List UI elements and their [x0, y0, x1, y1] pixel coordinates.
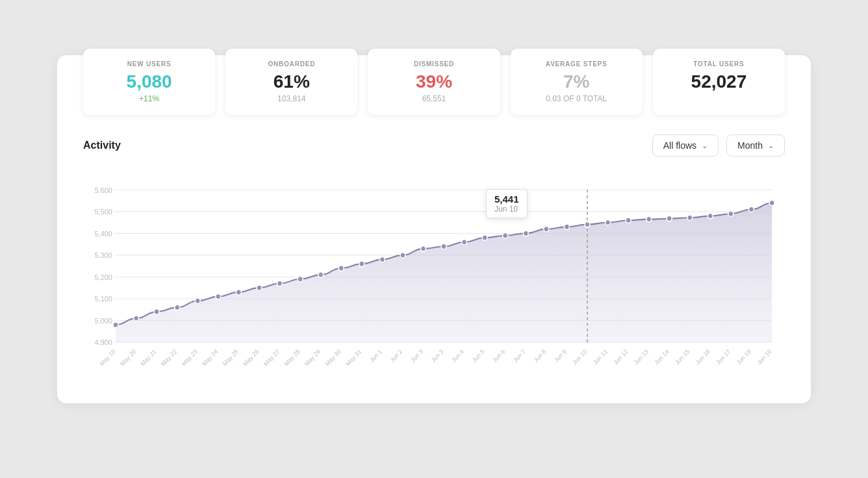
- svg-point-26: [318, 272, 324, 278]
- main-card: NEW USERS 5,080 +11% ONBOARDED 61% 103,8…: [57, 55, 811, 403]
- svg-point-22: [236, 290, 241, 296]
- svg-point-17: [134, 316, 139, 321]
- svg-text:4,900: 4,900: [94, 338, 112, 346]
- svg-point-20: [195, 298, 200, 304]
- svg-point-29: [379, 257, 385, 262]
- svg-text:May 25: May 25: [222, 348, 240, 368]
- svg-text:Jun 10: Jun 10: [571, 348, 588, 366]
- activity-chart-svg: 5,6005,5005,4005,3005,2005,1005,0004,900…: [83, 176, 785, 384]
- svg-text:Jun 15: Jun 15: [674, 348, 691, 366]
- stat-value-total-users: 52,027: [671, 73, 767, 91]
- svg-point-44: [687, 215, 693, 221]
- svg-text:Jun 16: Jun 16: [695, 348, 711, 366]
- svg-point-41: [626, 218, 631, 223]
- svg-text:5,400: 5,400: [94, 229, 112, 237]
- svg-text:May 19: May 19: [99, 348, 117, 368]
- svg-point-16: [113, 322, 118, 328]
- time-filter-chevron-icon: ⌄: [768, 142, 774, 150]
- svg-point-47: [748, 207, 754, 212]
- svg-point-18: [154, 309, 159, 315]
- svg-text:Jun 2: Jun 2: [389, 348, 403, 364]
- svg-text:May 24: May 24: [201, 348, 219, 368]
- svg-text:May 20: May 20: [119, 348, 137, 368]
- stat-label-total-users: TOTAL USERS: [671, 60, 767, 68]
- chart-title: Activity: [83, 140, 121, 151]
- svg-text:Jun 6: Jun 6: [492, 348, 506, 364]
- svg-text:Jun 8: Jun 8: [533, 348, 547, 364]
- svg-point-28: [359, 261, 364, 267]
- svg-point-32: [441, 244, 446, 249]
- svg-text:Jun 13: Jun 13: [633, 348, 650, 366]
- svg-text:Jun 18: Jun 18: [735, 348, 752, 366]
- svg-text:Jun 1: Jun 1: [368, 348, 383, 364]
- svg-text:Jun 17: Jun 17: [715, 348, 732, 366]
- svg-text:Jun 11: Jun 11: [592, 348, 609, 366]
- stat-sub-onboarded: 103,814: [244, 94, 339, 103]
- stat-value-dismissed: 39%: [386, 73, 481, 91]
- svg-point-48: [769, 200, 774, 206]
- svg-text:May 30: May 30: [324, 348, 342, 368]
- stat-sub-dismissed: 65,551: [386, 94, 481, 103]
- svg-text:5,300: 5,300: [94, 251, 112, 259]
- chart-area: 5,6005,5005,4005,3005,2005,1005,0004,900…: [83, 176, 785, 384]
- svg-point-34: [482, 235, 487, 241]
- svg-text:Jun 19: Jun 19: [756, 348, 772, 366]
- svg-point-42: [646, 216, 652, 222]
- svg-point-31: [420, 246, 426, 252]
- svg-point-19: [175, 305, 180, 310]
- stat-card-average-steps: AVERAGE STEPS 7% 0.03 OF 0 TOTAL: [511, 49, 643, 115]
- svg-point-25: [298, 277, 303, 283]
- svg-point-21: [216, 294, 221, 299]
- svg-point-43: [667, 216, 672, 221]
- svg-point-23: [257, 285, 262, 291]
- time-filter-label: Month: [737, 140, 763, 151]
- svg-point-36: [523, 231, 528, 236]
- stat-label-average-steps: AVERAGE STEPS: [529, 60, 624, 68]
- svg-text:May 31: May 31: [344, 348, 363, 368]
- stat-card-dismissed: DISMISSED 39% 65,551: [368, 49, 500, 115]
- stat-card-new-users: NEW USERS 5,080 +11%: [83, 49, 215, 115]
- svg-text:May 23: May 23: [181, 348, 199, 368]
- svg-text:5,000: 5,000: [94, 316, 112, 324]
- svg-point-33: [462, 240, 467, 245]
- svg-point-37: [544, 226, 549, 232]
- flow-filter-chevron-icon: ⌄: [702, 142, 708, 150]
- svg-text:5,100: 5,100: [94, 295, 112, 303]
- svg-point-24: [277, 281, 283, 286]
- svg-text:May 22: May 22: [160, 348, 178, 368]
- stat-value-new-users: 5,080: [101, 73, 197, 91]
- stat-card-total-users: TOTAL USERS 52,027: [653, 49, 785, 115]
- svg-text:Jun 5: Jun 5: [471, 348, 485, 364]
- svg-text:5,200: 5,200: [94, 273, 112, 281]
- svg-text:Jun 7: Jun 7: [512, 348, 526, 364]
- chart-controls: All flows ⌄ Month ⌄: [652, 134, 785, 157]
- svg-text:May 26: May 26: [242, 348, 261, 368]
- svg-text:Jun 3: Jun 3: [430, 348, 444, 364]
- svg-text:Jun 14: Jun 14: [654, 348, 670, 366]
- stat-label-new-users: NEW USERS: [101, 60, 197, 68]
- time-filter-dropdown[interactable]: Month ⌄: [726, 134, 785, 157]
- svg-text:Jun 3: Jun 3: [409, 348, 424, 364]
- svg-text:Jun 9: Jun 9: [553, 348, 567, 364]
- flow-filter-dropdown[interactable]: All flows ⌄: [652, 134, 719, 157]
- flow-filter-label: All flows: [663, 140, 696, 151]
- stat-label-onboarded: ONBOARDED: [244, 60, 339, 68]
- outer-container: NEW USERS 5,080 +11% ONBOARDED 61% 103,8…: [57, 75, 811, 403]
- stat-sub-new-users: +11%: [101, 94, 197, 103]
- svg-point-45: [708, 213, 713, 219]
- svg-text:May 29: May 29: [303, 348, 322, 368]
- svg-text:May 27: May 27: [262, 348, 281, 368]
- svg-point-38: [564, 224, 569, 230]
- chart-header: Activity All flows ⌄ Month ⌄: [83, 134, 785, 157]
- svg-text:Jun 4: Jun 4: [451, 348, 465, 364]
- svg-point-46: [728, 211, 734, 217]
- stat-value-onboarded: 61%: [244, 73, 339, 91]
- svg-text:May 21: May 21: [140, 348, 158, 368]
- svg-point-27: [338, 266, 344, 271]
- svg-point-30: [400, 253, 405, 258]
- svg-text:5,600: 5,600: [94, 186, 112, 194]
- svg-text:Jun 12: Jun 12: [612, 348, 629, 366]
- stat-sub-average-steps: 0.03 OF 0 TOTAL: [529, 94, 624, 103]
- stat-value-average-steps: 7%: [529, 73, 624, 91]
- stat-card-onboarded: ONBOARDED 61% 103,814: [225, 49, 357, 115]
